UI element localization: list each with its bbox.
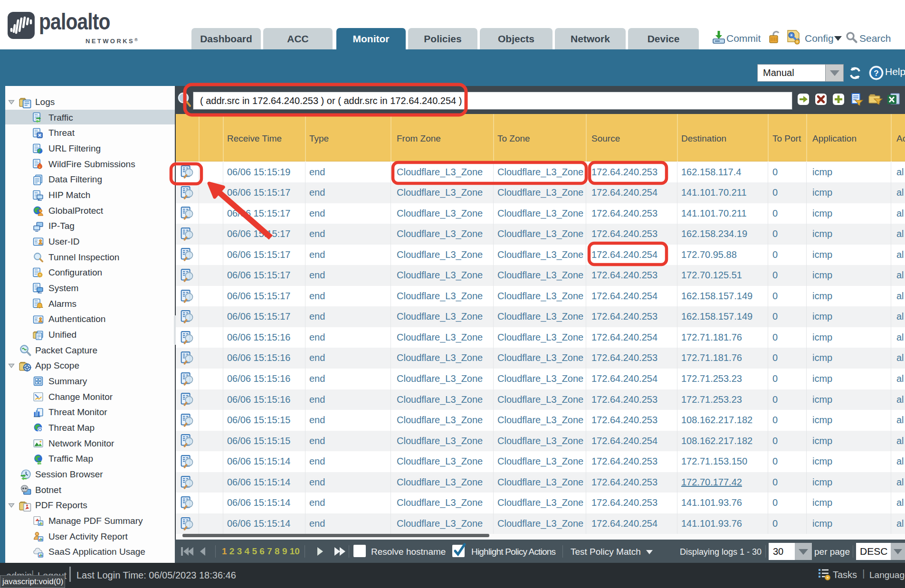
svg-text:?: ? bbox=[874, 69, 878, 78]
